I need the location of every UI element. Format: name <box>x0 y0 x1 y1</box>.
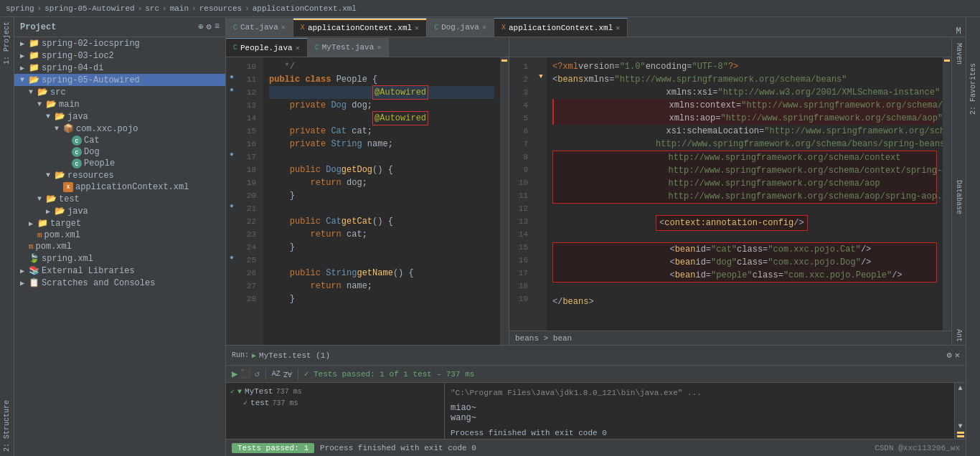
breadcrumb-src[interactable]: src <box>145 4 159 13</box>
collapse-arrow: ▼ <box>46 171 55 179</box>
xml-icon: X <box>301 24 305 32</box>
tree-item-resources[interactable]: ▼ 📂 resources <box>14 169 225 181</box>
tree-item-test-java[interactable]: ▶ 📂 java <box>14 205 225 217</box>
collapse-arrow: ▼ <box>37 195 46 203</box>
ext-libs-icon: 📚 <box>29 265 39 276</box>
stop-button[interactable]: ⬛ <box>240 369 251 379</box>
java-file-icon: C <box>72 147 82 157</box>
sort-rev-icon[interactable]: AZ <box>283 370 292 378</box>
tree-item-appctx[interactable]: ▶ X applicationContext.xml <box>14 181 225 193</box>
mytest-icon: C <box>315 44 319 52</box>
project-panel-label[interactable]: 1: Project <box>0 17 14 69</box>
src-folder-icon: 📂 <box>37 87 48 98</box>
tree-item-java[interactable]: ▼ 📂 java <box>14 110 225 123</box>
test-pass-icon: ✓ <box>230 387 235 396</box>
tab-dog-java[interactable]: C Dog.java ✕ <box>427 18 494 37</box>
autowired-annotation-2: @Autowired <box>372 111 428 125</box>
maven-label[interactable]: Maven <box>953 40 964 67</box>
database-label[interactable]: Database <box>953 177 964 217</box>
collapse-arrow: ▶ <box>29 219 37 228</box>
tree-item-spring-xml[interactable]: ▶ 🍃 spring.xml <box>14 252 225 265</box>
tab-appctx-xml-2[interactable]: X applicationContext.xml ✕ <box>494 18 628 37</box>
run-close-icon[interactable]: ✕ <box>955 350 960 361</box>
fold-icon-2: ▼ <box>535 70 547 83</box>
structure-panel-label[interactable]: 2: Structure <box>0 396 14 456</box>
test-test-row[interactable]: ✓ test 737 ms <box>229 397 441 409</box>
play-button[interactable]: ▶ <box>232 368 237 380</box>
pom-root-icon: m <box>29 242 34 251</box>
test-expand-icon[interactable]: ▼ <box>237 388 242 396</box>
tree-item-package[interactable]: ▼ 📦 com.xxc.pojo <box>14 123 225 135</box>
scroll-up-icon[interactable]: ▲ <box>958 384 962 392</box>
tree-item-pom[interactable]: ▶ m pom.xml <box>14 229 225 241</box>
tab-close-people[interactable]: ✕ <box>296 44 300 52</box>
process-finished-text: Process finished with exit code 0 <box>320 444 476 452</box>
left-line-numbers: 10 11 12 13 14 15 16 17 18 19 20 21 <box>237 57 263 345</box>
java-icon: C <box>233 24 237 32</box>
tree-item-main[interactable]: ▼ 📂 main <box>14 98 225 110</box>
ant-label[interactable]: Ant <box>953 326 964 345</box>
sidebar-icon-gear[interactable]: ⚙ <box>207 22 212 32</box>
tree-item-spring04[interactable]: ▶ 📁 spring-04-di <box>14 62 225 74</box>
tab-close-cat[interactable]: ✕ <box>281 23 286 32</box>
autowired-annotation-1: @Autowired <box>372 85 428 100</box>
tree-item-people[interactable]: ▶ C People <box>14 158 225 169</box>
run-label: Run: <box>232 351 249 359</box>
breadcrumb-bar: spring › spring-05-Autowired › src › mai… <box>0 0 980 17</box>
right-code-area: 1 2 3 4 5 6 7 8 9 10 11 12 13 <box>509 57 951 331</box>
annotation-config-highlight: <context:annotation-config/> <box>656 215 808 231</box>
run-settings-icon[interactable]: ⚙ <box>947 350 952 361</box>
tab-close-appctx2[interactable]: ✕ <box>616 24 620 32</box>
tree-item-cat[interactable]: ▶ C Cat <box>14 135 225 146</box>
left-code-content[interactable]: */ public class People { @Autowired priv… <box>263 57 500 345</box>
breadcrumb-main[interactable]: main <box>170 4 189 13</box>
collapse-arrow: ▼ <box>46 113 55 120</box>
collapse-arrow: ▼ <box>55 125 63 133</box>
tree-item-test[interactable]: ▼ 📂 test <box>14 193 225 205</box>
sidebar-title: Project <box>20 22 56 32</box>
tab-close-dog[interactable]: ✕ <box>482 23 486 32</box>
collapse-arrow: ▶ <box>20 52 29 60</box>
tree-item-ext-libs[interactable]: ▶ 📚 External Libraries <box>14 265 225 277</box>
scroll-down-icon[interactable]: ▼ <box>958 422 962 430</box>
maven-tab-label[interactable]: M <box>951 27 966 37</box>
tree-item-pom-root[interactable]: ▶ m pom.xml <box>14 241 225 252</box>
sort-alpha-icon[interactable]: AZ <box>272 370 281 378</box>
right-code-content[interactable]: <?xml version="1.0" encoding="UTF-8"?> <… <box>547 57 943 331</box>
breadcrumb-project[interactable]: spring-05-Autowired <box>44 4 134 13</box>
breadcrumb-resources[interactable]: resources <box>199 4 242 13</box>
test-time: 737 ms <box>272 399 298 407</box>
file-tree: ▶ 📁 spring-02-iocspring ▶ 📁 spring-03-io… <box>14 37 225 456</box>
code-line-18: public Dog getDog() { <box>269 163 494 176</box>
tree-item-spring03[interactable]: ▶ 📁 spring-03-ioc2 <box>14 49 225 62</box>
tree-item-scratches[interactable]: ▶ 📋 Scratches and Consoles <box>14 277 225 289</box>
sidebar-header: Project ⊕ ⚙ ≡ <box>14 17 225 37</box>
tree-item-src[interactable]: ▼ 📂 src <box>14 86 225 98</box>
tab-close-mytest[interactable]: ✕ <box>377 43 381 52</box>
sidebar-icon-add[interactable]: ⊕ <box>198 22 203 32</box>
folder-icon: 📁 <box>29 50 39 61</box>
tree-item-dog[interactable]: ▶ C Dog <box>14 146 225 158</box>
status-right: CSDN @xxc113206_wx <box>875 443 960 453</box>
favorites-strip: 2: Favorites <box>966 17 980 456</box>
breadcrumb-spring[interactable]: spring <box>6 4 34 13</box>
breadcrumb-file[interactable]: applicationContext.xml <box>253 4 357 13</box>
test-mytest-row[interactable]: ✓ ▼ MyTest 737 ms <box>229 386 441 397</box>
tree-item-spring02[interactable]: ▶ 📁 spring-02-iocspring <box>14 37 225 49</box>
tab-close-appctx1[interactable]: ✕ <box>415 24 419 32</box>
rerun-button[interactable]: ↺ <box>254 369 259 379</box>
favorites-label[interactable]: 2: Favorites <box>968 60 979 118</box>
tree-item-spring05[interactable]: ▼ 📂 spring-05-Autowired <box>14 74 225 86</box>
tab-mytest-java[interactable]: C MyTest.java ✕ <box>308 38 390 57</box>
scroll-marker2 <box>957 435 964 437</box>
tab-cat-java[interactable]: C Cat.java ✕ <box>226 18 293 37</box>
mytest-time: 737 ms <box>276 388 302 396</box>
test-output[interactable]: "C:\Program Files\Java\jdk1.8.0_121\bin\… <box>445 383 954 439</box>
code-line-22: public Cat getCat() { <box>269 215 494 228</box>
test-tree: ✓ ▼ MyTest 737 ms ✓ test 737 ms <box>226 383 445 439</box>
main-folder-icon: 📂 <box>46 99 57 110</box>
sidebar-icon-more[interactable]: ≡ <box>215 22 220 32</box>
tab-appctx-xml-1[interactable]: X applicationContext.xml ✕ <box>293 18 427 37</box>
tree-item-target[interactable]: ▶ 📁 target <box>14 217 225 229</box>
tab-people-java[interactable]: C People.java ✕ <box>226 38 308 57</box>
